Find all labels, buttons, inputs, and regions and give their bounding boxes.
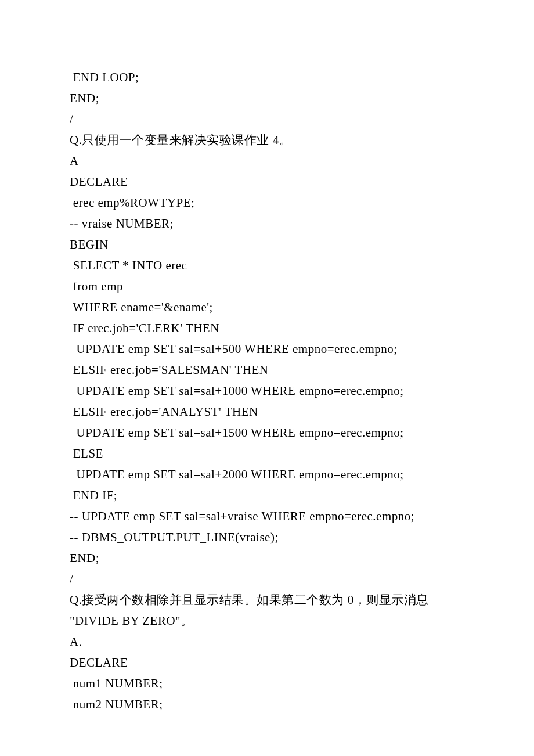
code-line: ELSIF erec.job='SALESMAN' THEN	[70, 359, 464, 380]
code-line: END;	[70, 88, 464, 109]
code-line: END IF;	[70, 485, 464, 506]
code-line: /	[70, 109, 464, 129]
code-line: -- DBMS_OUTPUT.PUT_LINE(vraise);	[70, 527, 464, 548]
code-line: BEGIN	[70, 234, 464, 255]
code-line: ELSE	[70, 443, 464, 464]
question-line: "DIVIDE BY ZERO"。	[70, 610, 464, 631]
code-line: DECLARE	[70, 652, 464, 673]
code-line: erec emp%ROWTYPE;	[70, 192, 464, 213]
code-line: SELECT * INTO erec	[70, 255, 464, 276]
code-line: UPDATE emp SET sal=sal+1000 WHERE empno=…	[70, 380, 464, 401]
code-line: IF erec.job='CLERK' THEN	[70, 318, 464, 339]
code-line: UPDATE emp SET sal=sal+2000 WHERE empno=…	[70, 464, 464, 485]
document-page: END LOOP; END; / Q.只使用一个变量来解决实验课作业 4。 A …	[0, 0, 534, 756]
code-line: -- UPDATE emp SET sal=sal+vraise WHERE e…	[70, 506, 464, 527]
code-line: UPDATE emp SET sal=sal+1500 WHERE empno=…	[70, 422, 464, 443]
code-line: ELSIF erec.job='ANALYST' THEN	[70, 401, 464, 422]
code-line: UPDATE emp SET sal=sal+500 WHERE empno=e…	[70, 339, 464, 359]
answer-label: A	[70, 150, 464, 171]
code-line: DECLARE	[70, 171, 464, 192]
code-line: num2 NUMBER;	[70, 694, 464, 715]
code-line: num1 NUMBER;	[70, 673, 464, 694]
code-line: END LOOP;	[70, 67, 464, 88]
code-line: from emp	[70, 276, 464, 297]
code-line: END;	[70, 548, 464, 568]
question-line: Q.只使用一个变量来解决实验课作业 4。	[70, 129, 464, 150]
answer-label: A.	[70, 631, 464, 652]
code-line: /	[70, 568, 464, 589]
code-line: -- vraise NUMBER;	[70, 213, 464, 234]
question-line: Q.接受两个数相除并且显示结果。如果第二个数为 0，则显示消息	[70, 589, 464, 610]
code-line: WHERE ename='&ename';	[70, 297, 464, 318]
